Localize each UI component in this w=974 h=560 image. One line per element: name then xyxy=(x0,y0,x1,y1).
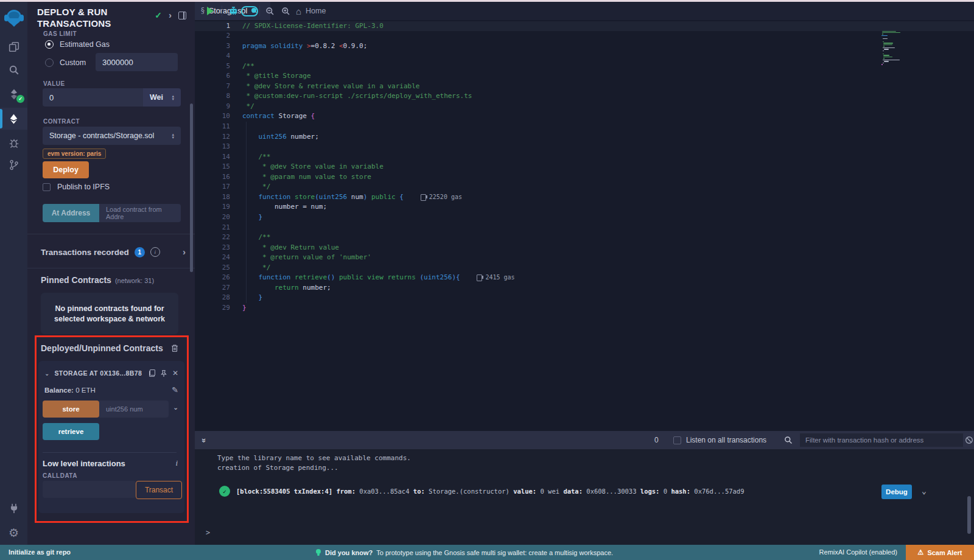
code-line-20[interactable]: 20 } xyxy=(195,212,974,223)
store-arg-input[interactable]: uint256 num xyxy=(99,401,169,418)
value-input[interactable]: 0 xyxy=(43,88,143,107)
transactions-recorded-row[interactable]: Transactions recorded 1 i › xyxy=(41,242,186,262)
code-line-2[interactable]: 2 xyxy=(195,31,974,41)
custom-gas-radio[interactable] xyxy=(45,58,54,67)
low-level-info-icon[interactable]: i xyxy=(175,458,178,468)
zoom-out-button[interactable] xyxy=(262,2,278,20)
code-token: number = num; xyxy=(242,203,327,211)
remix-logo[interactable] xyxy=(0,5,27,31)
code-line-15[interactable]: 15 * @dev Store value in variable xyxy=(195,162,974,172)
expand-panel-icon[interactable]: › xyxy=(169,12,172,18)
at-address-input[interactable]: Load contract from Addre xyxy=(99,204,181,222)
copilot-toggle[interactable] xyxy=(240,2,259,20)
code-line-28[interactable]: 28 } xyxy=(195,293,974,303)
code-line-6[interactable]: 6 * @title Storage xyxy=(195,71,974,82)
pin-icon[interactable] xyxy=(160,369,167,377)
copilot-status[interactable]: RemixAI Copilot (enabled) xyxy=(819,548,897,556)
collapse-icon[interactable]: ⌄ xyxy=(44,370,49,377)
trash-icon[interactable] xyxy=(171,344,178,352)
terminal-line: Type the library name to see available c… xyxy=(217,454,411,462)
custom-gas-option[interactable]: Custom xyxy=(45,58,86,67)
code-line-10[interactable]: 10contract Storage { xyxy=(195,111,974,122)
code-line-8[interactable]: 8 * @custom:dev-run-script ./scripts/dep… xyxy=(195,91,974,102)
code-line-19[interactable]: 19 number = num; xyxy=(195,202,974,212)
sidebar-item-file-explorer[interactable] xyxy=(0,36,27,58)
zoom-in-icon xyxy=(281,7,290,16)
store-function-button[interactable]: store xyxy=(43,401,99,418)
tx-info-icon[interactable]: i xyxy=(150,247,160,257)
code-line-16[interactable]: 16 * @param num value to store xyxy=(195,172,974,183)
at-address-button[interactable]: At Address xyxy=(43,204,99,222)
log-segment: hash: xyxy=(671,488,690,495)
deploy-button[interactable]: Deploy xyxy=(43,161,89,178)
sidebar-item-git[interactable] xyxy=(0,154,27,176)
code-line-17[interactable]: 17 */ xyxy=(195,182,974,192)
code-line-3[interactable]: 3pragma solidity >=0.8.2 <0.9.0; xyxy=(195,41,974,52)
debug-button[interactable]: Debug xyxy=(881,485,912,499)
listen-checkbox[interactable] xyxy=(673,436,681,444)
tx-expand-icon[interactable]: › xyxy=(183,249,186,255)
sidebar-item-settings[interactable]: ⚙ xyxy=(0,522,27,544)
contract-select[interactable]: Storage - contracts/Storage.sol ▴▾ xyxy=(43,127,181,145)
retrieve-function-button[interactable]: retrieve xyxy=(43,423,99,440)
code-line-13[interactable]: 13 xyxy=(195,142,974,152)
code-line-24[interactable]: 24 * @return value of 'number' xyxy=(195,253,974,263)
tx-expand-icon[interactable]: ⌄ xyxy=(922,486,927,495)
code-line-18[interactable]: 18 function store(uint256 num) public {2… xyxy=(195,192,974,203)
code-line-27[interactable]: 27 return number; xyxy=(195,283,974,293)
terminal-search-icon[interactable] xyxy=(784,436,793,444)
code-line-9[interactable]: 9 */ xyxy=(195,102,974,112)
sidebar-item-deploy-run[interactable] xyxy=(0,108,27,130)
code-line-14[interactable]: 14 /** xyxy=(195,152,974,163)
code-line-1[interactable]: 1// SPDX-License-Identifier: GPL-3.0 xyxy=(195,21,974,32)
copy-address-icon[interactable] xyxy=(149,369,155,377)
code-line-7[interactable]: 7 * @dev Store & retrieve value in a var… xyxy=(195,82,974,92)
transaction-log-row[interactable]: ✓ [block:5583405 txIndex:4] from: 0xa03.… xyxy=(195,483,974,501)
filter-input[interactable]: Filter with transaction hash or address xyxy=(800,433,963,447)
log-segment: 0x76d...57ad9 xyxy=(690,488,745,495)
zoom-in-button[interactable] xyxy=(278,2,293,20)
code-line-22[interactable]: 22 /** xyxy=(195,233,974,243)
sidebar-item-plugin-manager[interactable] xyxy=(0,497,27,519)
estimated-gas-radio[interactable] xyxy=(45,40,54,49)
remove-contract-icon[interactable]: ✕ xyxy=(172,369,178,377)
contract-card-header[interactable]: ⌄ STORAGE AT 0X136...8B78 ✕ xyxy=(44,369,178,377)
custom-gas-input[interactable]: 3000000 xyxy=(96,53,178,71)
store-expand-icon[interactable]: ⌄ xyxy=(173,404,178,411)
code-token: return xyxy=(275,284,299,292)
scam-alert-badge[interactable]: ⚠ Scam Alert xyxy=(906,545,974,560)
line-number: 12 xyxy=(195,132,230,142)
log-segment: Storage.(constructor) xyxy=(425,488,513,495)
code-line-11[interactable]: 11 xyxy=(195,122,974,132)
git-init-button[interactable]: Initialize as git repo xyxy=(9,548,71,556)
sidebar-item-search[interactable] xyxy=(0,59,27,81)
pin-panel-icon[interactable] xyxy=(178,12,186,19)
transact-button[interactable]: Transact xyxy=(136,481,182,499)
code-line-29[interactable]: 29} xyxy=(195,303,974,313)
terminal-prompt[interactable]: > xyxy=(206,528,210,537)
value-unit-select[interactable]: Wei ▴▾ xyxy=(143,88,181,107)
terminal-scrollbar[interactable] xyxy=(967,496,971,534)
code-editor[interactable]: 1// SPDX-License-Identifier: GPL-3.023pr… xyxy=(195,20,974,431)
calldata-input[interactable] xyxy=(43,481,136,498)
code-line-4[interactable]: 4 xyxy=(195,51,974,61)
code-line-5[interactable]: 5/** xyxy=(195,61,974,72)
estimated-gas-option[interactable]: Estimated Gas xyxy=(45,40,110,49)
expand-terminal-icon[interactable]: » xyxy=(200,438,209,443)
clear-console-icon[interactable] xyxy=(965,436,973,444)
code-line-23[interactable]: 23 * @dev Return value xyxy=(195,243,974,253)
ai-assistant-button[interactable] xyxy=(225,2,241,20)
run-script-button[interactable] xyxy=(202,2,218,20)
publish-ipfs-option[interactable]: Publish to IPFS xyxy=(43,183,110,191)
sidebar-item-debugger[interactable] xyxy=(0,132,27,154)
code-line-26[interactable]: 26 function retrieve() public view retur… xyxy=(195,273,974,283)
edit-balance-icon[interactable]: ✎ xyxy=(172,385,178,394)
terminal[interactable]: Type the library name to see available c… xyxy=(195,449,974,545)
sidebar-item-solidity-compiler[interactable]: ✓ xyxy=(0,83,27,105)
code-line-25[interactable]: 25 */ xyxy=(195,263,974,273)
code-line-12[interactable]: 12 uint256 number; xyxy=(195,132,974,142)
code-line-21[interactable]: 21 xyxy=(195,223,974,233)
panel-scrollbar[interactable] xyxy=(190,103,193,272)
publish-ipfs-checkbox[interactable] xyxy=(43,183,51,191)
tab-home[interactable]: ⌂ Home xyxy=(296,2,326,20)
